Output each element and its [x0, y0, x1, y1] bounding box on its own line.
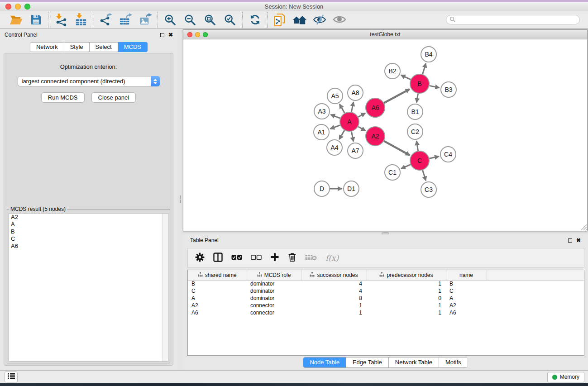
table-row[interactable]: Adominator80A: [188, 295, 584, 302]
graph-edge-A2-C[interactable]: [384, 141, 410, 155]
close-panel-button[interactable]: Close panel: [91, 92, 136, 103]
export-network-button[interactable]: [98, 13, 113, 27]
tab-style[interactable]: Style: [64, 42, 90, 52]
graph-node-label-A5: A5: [331, 92, 339, 100]
column-header[interactable]: successor nodes: [301, 270, 367, 280]
search-field[interactable]: [446, 15, 580, 24]
graph-edge-B-B1[interactable]: [416, 94, 418, 103]
delete-columns-button[interactable]: [288, 251, 296, 265]
graph-edge-B-B3[interactable]: [430, 86, 440, 87]
control-panel: Control Panel ✖ Network Style Select MCD…: [0, 29, 177, 370]
unchecked-boxes-icon: [251, 254, 262, 262]
tab-edge-table[interactable]: Edge Table: [346, 357, 388, 367]
select-all-button[interactable]: [231, 251, 242, 265]
clone-network-button[interactable]: [272, 13, 287, 27]
tree-icon: [379, 272, 384, 278]
show-eye-button[interactable]: [332, 13, 347, 27]
mcds-result-title: MCDS result (5 nodes): [9, 206, 67, 212]
memory-button[interactable]: Memory: [547, 372, 584, 382]
vertical-splitter-handle[interactable]: [179, 195, 182, 205]
show-columns-button[interactable]: [213, 251, 223, 265]
two-houses-icon: [293, 14, 306, 25]
mcds-result-item[interactable]: A2: [9, 214, 168, 221]
graph-edge-A-A4[interactable]: [339, 130, 344, 139]
float-table-panel-icon[interactable]: [568, 238, 572, 243]
graph-edge-A-A2[interactable]: [358, 127, 365, 131]
graph-edge-A6-B[interactable]: [384, 89, 410, 103]
network-graph[interactable]: B4B2BB3A8A5A6A3B1AA1C2A2A4A7C4CC1DD1C3: [183, 39, 587, 231]
zoom-out-icon: [184, 14, 196, 26]
mcds-tab-content: Optimization criterion: largest connecte…: [4, 53, 173, 366]
task-history-button[interactable]: [5, 372, 18, 382]
tab-node-table[interactable]: Node Table: [303, 357, 346, 367]
search-area: [446, 15, 580, 24]
table-row[interactable]: A6connector11A6: [188, 309, 584, 316]
zoom-fit-button[interactable]: [203, 13, 217, 27]
table-row[interactable]: Cdominator41C: [188, 287, 584, 295]
mcds-result-item[interactable]: A: [9, 221, 168, 228]
window-titlebar[interactable]: Session: New Session: [0, 2, 588, 11]
graph-edge-C-C3[interactable]: [423, 170, 426, 181]
mcds-result-item[interactable]: A6: [9, 243, 168, 250]
close-panel-icon[interactable]: ✖: [168, 32, 173, 38]
open-file-button[interactable]: [9, 13, 23, 27]
zoom-in-button[interactable]: [163, 13, 177, 27]
search-input[interactable]: [457, 17, 579, 23]
column-header[interactable]: name: [446, 270, 487, 280]
graph-edge-C-C2[interactable]: [416, 141, 418, 151]
tab-network[interactable]: Network: [30, 42, 64, 52]
graph-edge-B-B4[interactable]: [422, 63, 425, 74]
function-builder-button[interactable]: f(x): [325, 251, 339, 265]
graph-edge-C-C4[interactable]: [429, 157, 439, 159]
graph-edge-A-A5[interactable]: [339, 104, 344, 113]
tab-mcds[interactable]: MCDS: [118, 42, 148, 52]
zoom-out-button[interactable]: [183, 13, 197, 27]
unselect-all-button[interactable]: [251, 251, 262, 265]
hide-graphics-details-button[interactable]: [312, 13, 327, 27]
graph-edge-A-A6[interactable]: [358, 113, 365, 117]
table-row[interactable]: A2connector11A2: [188, 302, 584, 309]
mcds-list-scrollbar[interactable]: [162, 214, 168, 361]
export-image-button[interactable]: [138, 13, 153, 27]
close-table-panel-icon[interactable]: ✖: [576, 238, 581, 243]
memory-label: Memory: [560, 374, 579, 380]
zoom-selected-button[interactable]: [223, 13, 237, 27]
import-table-button[interactable]: [73, 13, 88, 27]
tab-network-table[interactable]: Network Table: [388, 357, 439, 367]
float-panel-icon[interactable]: [160, 33, 164, 37]
criterion-dropdown[interactable]: largest connected component (directed): [18, 76, 160, 86]
table-row[interactable]: Bdominator41B: [188, 280, 584, 287]
tab-select[interactable]: Select: [90, 42, 118, 52]
column-header[interactable]: shared name: [188, 270, 247, 280]
refresh-icon: [249, 14, 261, 26]
window-resize-grip[interactable]: [581, 224, 587, 230]
table-panel-title: Table Panel: [190, 237, 219, 243]
home-neighbors-button[interactable]: [292, 13, 307, 27]
tab-motifs[interactable]: Motifs: [439, 357, 468, 367]
graph-edge-A-A3[interactable]: [331, 114, 340, 118]
delete-table-button[interactable]: [305, 251, 317, 265]
graph-edge-B-B2[interactable]: [401, 75, 411, 80]
add-column-button[interactable]: [270, 251, 279, 265]
mcds-result-item[interactable]: B: [9, 228, 168, 235]
graph-edge-A-A1[interactable]: [330, 125, 340, 129]
graph-node-label-B3: B3: [445, 86, 452, 93]
export-table-button[interactable]: [118, 13, 133, 27]
run-mcds-button[interactable]: Run MCDS: [41, 92, 85, 103]
refresh-button[interactable]: [248, 13, 262, 27]
graph-edge-C-C1[interactable]: [401, 165, 411, 169]
node-table-container: shared nameMCDS rolesuccessor nodesprede…: [187, 270, 584, 356]
graph-edge-A-A7[interactable]: [351, 132, 353, 142]
export-network-icon: [99, 13, 112, 26]
table-settings-button[interactable]: [195, 251, 205, 265]
mcds-result-list[interactable]: A2ABCA6: [9, 213, 168, 362]
import-network-button[interactable]: [53, 13, 68, 27]
graph-edge-A-A8[interactable]: [351, 102, 353, 112]
network-window-titlebar[interactable]: testGlobe.txt: [183, 30, 587, 39]
column-header[interactable]: MCDS role: [247, 270, 301, 280]
tree-icon: [198, 272, 203, 278]
column-header[interactable]: predecessor nodes: [367, 270, 446, 280]
save-session-button[interactable]: [29, 13, 43, 27]
mcds-result-item[interactable]: C: [9, 235, 168, 243]
network-canvas[interactable]: B4B2BB3A8A5A6A3B1AA1C2A2A4A7C4CC1DD1C3: [183, 39, 587, 231]
